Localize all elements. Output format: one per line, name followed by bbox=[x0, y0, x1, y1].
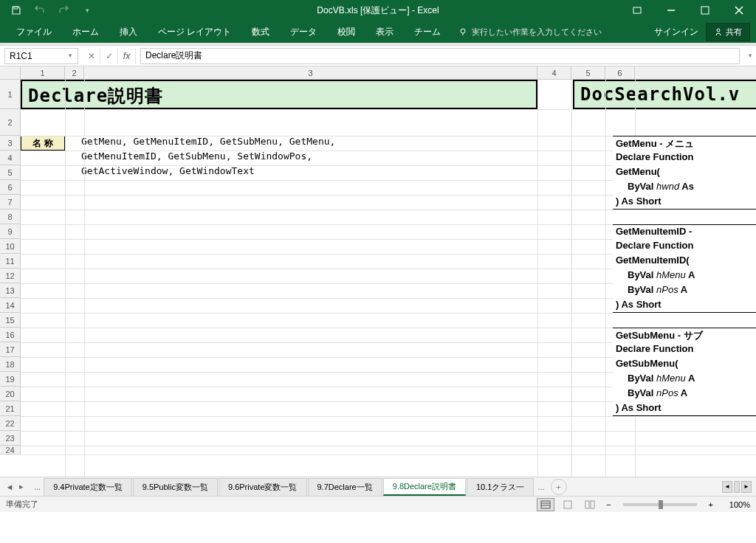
sheet-tab[interactable]: 9.6Private変数一覧 bbox=[219, 478, 307, 496]
row-header[interactable]: 15 bbox=[0, 313, 20, 328]
code-line[interactable]: Declare Function bbox=[613, 151, 756, 165]
cell-label-name[interactable]: 名 称 bbox=[21, 136, 65, 151]
row-header[interactable]: 12 bbox=[0, 269, 20, 283]
tab-data[interactable]: データ bbox=[280, 21, 327, 43]
view-page-layout-icon[interactable] bbox=[559, 498, 577, 511]
col-header[interactable]: 1 bbox=[21, 66, 65, 80]
cell-r5[interactable]: GetActiveWindow, GetWindowText bbox=[81, 165, 537, 180]
code-line[interactable]: ByVal nPos A bbox=[613, 387, 756, 401]
code-line[interactable]: GetSubMenu( bbox=[613, 357, 756, 372]
row-header[interactable]: 5 bbox=[0, 165, 20, 180]
row-header[interactable]: 16 bbox=[0, 328, 20, 342]
tab-formulas[interactable]: 数式 bbox=[241, 21, 280, 43]
cell-title-right[interactable]: DocSearchVol.v bbox=[573, 80, 756, 109]
tab-view[interactable]: 表示 bbox=[365, 21, 404, 43]
zoom-out-button[interactable]: − bbox=[603, 500, 614, 509]
name-box[interactable]: R1C1 ▼ bbox=[4, 48, 78, 64]
formula-expand-icon[interactable]: ▼ bbox=[744, 52, 756, 59]
tell-me[interactable]: 実行したい作業を入力してください bbox=[451, 27, 609, 38]
row-header[interactable]: 20 bbox=[0, 387, 20, 401]
row-header[interactable]: 22 bbox=[0, 416, 20, 431]
row-header[interactable]: 19 bbox=[0, 372, 20, 387]
save-icon[interactable] bbox=[6, 1, 27, 19]
minimize-icon[interactable] bbox=[654, 0, 688, 21]
hscroll-left-icon[interactable]: ◄ bbox=[722, 481, 732, 493]
undo-icon[interactable] bbox=[30, 1, 50, 19]
fx-icon[interactable]: fx bbox=[118, 48, 136, 64]
code-line[interactable] bbox=[613, 210, 756, 224]
formula-input[interactable]: Declare説明書 bbox=[140, 48, 740, 64]
code-line[interactable]: GetMenu( bbox=[613, 165, 756, 180]
redo-icon[interactable] bbox=[53, 1, 74, 19]
tab-review[interactable]: 校閲 bbox=[327, 21, 365, 43]
cell-r3[interactable]: GetMenu, GetMenuItemID, GetSubMenu, GetM… bbox=[81, 136, 537, 151]
code-line[interactable]: ) As Short bbox=[613, 195, 756, 210]
share-button[interactable]: 共有 bbox=[706, 23, 750, 41]
code-line[interactable] bbox=[613, 313, 756, 328]
code-line[interactable]: ByVal nPos A bbox=[613, 283, 756, 298]
new-sheet-button[interactable]: + bbox=[551, 479, 567, 495]
cell-r4[interactable]: GetMenuItemID, GetSubMenu, SetWindowPos, bbox=[81, 151, 537, 165]
code-line[interactable]: ByVal hMenu A bbox=[613, 372, 756, 387]
row-header[interactable]: 24 bbox=[0, 446, 20, 454]
row-header[interactable]: 3 bbox=[0, 136, 20, 151]
view-normal-icon[interactable] bbox=[537, 498, 554, 511]
chevron-down-icon[interactable]: ▼ bbox=[67, 52, 73, 59]
tab-file[interactable]: ファイル bbox=[6, 21, 62, 43]
sheet-tab[interactable]: 9.8Declare説明書 bbox=[383, 478, 466, 496]
cancel-formula-icon[interactable]: ✕ bbox=[83, 48, 100, 64]
row-header[interactable]: 23 bbox=[0, 431, 20, 446]
row-header[interactable]: 17 bbox=[0, 342, 20, 357]
code-line[interactable]: GetSubMenu - サブ bbox=[613, 328, 756, 342]
zoom-slider[interactable] bbox=[623, 503, 697, 506]
row-header[interactable]: 21 bbox=[0, 401, 20, 416]
maximize-icon[interactable] bbox=[688, 0, 722, 21]
tab-page-layout[interactable]: ページ レイアウト bbox=[148, 21, 241, 43]
tab-team[interactable]: チーム bbox=[404, 21, 451, 43]
view-page-break-icon[interactable] bbox=[581, 498, 599, 511]
row-header[interactable]: 10 bbox=[0, 239, 20, 254]
code-line[interactable]: GetMenuItemID( bbox=[613, 254, 756, 269]
cell-title-left[interactable]: Declare説明書 bbox=[21, 80, 537, 109]
row-header[interactable]: 1 bbox=[0, 80, 20, 109]
sheet-tab[interactable]: 9.4Private定数一覧 bbox=[44, 478, 132, 496]
row-header[interactable]: 18 bbox=[0, 357, 20, 372]
code-line[interactable]: ByVal hwnd As bbox=[613, 180, 756, 195]
col-header[interactable]: 3 bbox=[84, 66, 537, 80]
sheet-more-left[interactable]: ... bbox=[31, 483, 44, 491]
tab-insert[interactable]: 挿入 bbox=[109, 21, 148, 43]
hscroll-right-icon[interactable]: ► bbox=[741, 481, 752, 493]
row-header[interactable]: 9 bbox=[0, 224, 20, 239]
close-icon[interactable] bbox=[722, 0, 756, 21]
enter-formula-icon[interactable]: ✓ bbox=[100, 48, 118, 64]
zoom-in-button[interactable]: + bbox=[706, 500, 716, 509]
signin-link[interactable]: サインイン bbox=[654, 26, 698, 38]
code-line[interactable]: GetMenuItemID - bbox=[613, 224, 756, 239]
sheet-tab[interactable]: 9.5Public変数一覧 bbox=[133, 478, 218, 496]
sheet-more-right[interactable]: ... bbox=[535, 483, 547, 491]
hscroll-thumb[interactable] bbox=[734, 481, 740, 493]
row-header[interactable]: 11 bbox=[0, 254, 20, 269]
col-header[interactable]: 5 bbox=[571, 66, 605, 80]
code-line[interactable]: Declare Function bbox=[613, 342, 756, 357]
code-line[interactable]: GetMenu - メニュ bbox=[613, 136, 756, 151]
row-header[interactable]: 7 bbox=[0, 195, 20, 210]
row-header[interactable]: 14 bbox=[0, 298, 20, 313]
tab-home[interactable]: ホーム bbox=[62, 21, 109, 43]
row-header[interactable]: 4 bbox=[0, 151, 20, 165]
row-header[interactable]: 2 bbox=[0, 109, 20, 136]
sheet-tab[interactable]: 9.7Declare一覧 bbox=[308, 478, 382, 496]
col-header[interactable]: 6 bbox=[605, 66, 635, 80]
zoom-level[interactable]: 100% bbox=[721, 500, 750, 509]
col-header[interactable]: 4 bbox=[537, 66, 571, 80]
code-line[interactable]: Declare Function bbox=[613, 239, 756, 254]
qat-customize-icon[interactable]: ▾ bbox=[77, 1, 97, 19]
row-header[interactable]: 6 bbox=[0, 180, 20, 195]
sheet-nav-first-icon[interactable]: ◄ bbox=[4, 480, 15, 494]
code-line[interactable]: ByVal hMenu A bbox=[613, 269, 756, 283]
row-header[interactable]: 8 bbox=[0, 210, 20, 224]
code-line[interactable]: ) As Short bbox=[613, 298, 756, 313]
col-header[interactable]: 2 bbox=[65, 66, 84, 80]
sheet-nav-prev-icon[interactable]: ▸ bbox=[16, 480, 27, 494]
code-line[interactable]: ) As Short bbox=[613, 401, 756, 416]
